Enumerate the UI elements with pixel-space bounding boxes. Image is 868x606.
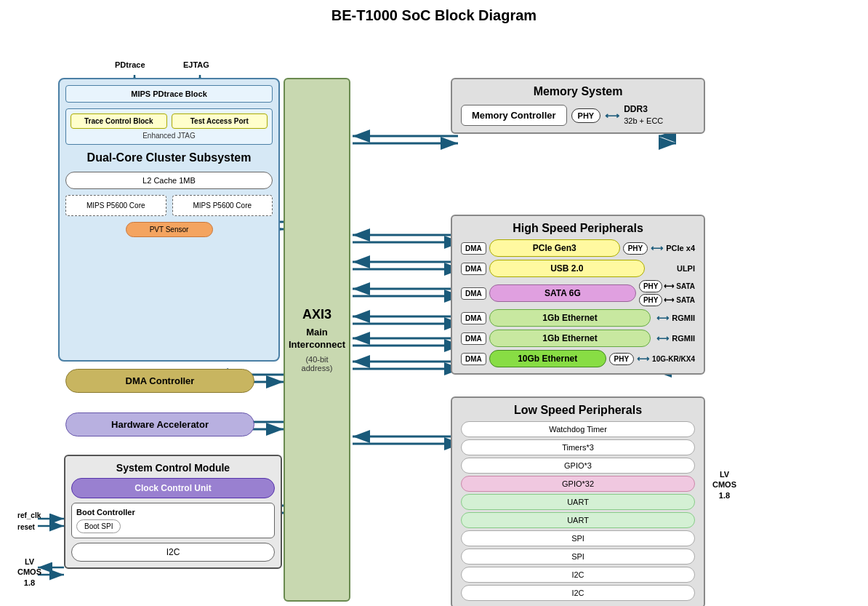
- ls-spi1: SPI: [461, 530, 695, 546]
- mem-ctrl-row: Memory Controller PHY ⟷ DDR3 32b + ECC: [461, 104, 695, 127]
- axi3-desc: (40-bitaddress): [302, 355, 333, 372]
- eth1g1-box: 1Gb Ethernet: [489, 309, 651, 327]
- eth1g2-ext: RGMII: [672, 334, 695, 343]
- memory-controller-box: Memory Controller: [461, 105, 567, 126]
- sata-dma: DMA: [461, 287, 486, 300]
- page-title: BE-T1000 SoC Block Diagram: [15, 7, 853, 24]
- pcie-ext: PCIe x4: [666, 244, 695, 252]
- ref-clk-reset-labels: ref_clk reset: [17, 510, 41, 533]
- eth10g-box: 10Gb Ethernet: [489, 350, 606, 367]
- dma-controller-label: DMA Controller: [65, 369, 254, 393]
- boot-controller-title: Boot Controller: [76, 508, 270, 517]
- boot-controller-box: Boot Controller Boot SPI: [71, 503, 275, 538]
- ddr3-label: DDR3 32b + ECC: [624, 104, 663, 127]
- axi3-title: AXI3: [302, 307, 331, 322]
- trace-control-block: Trace Control Block: [71, 113, 167, 129]
- page-container: BE-T1000 SoC Block Diagram: [0, 0, 868, 606]
- hw-accelerator-label: Hardware Accelerator: [65, 412, 254, 436]
- ls-uart2: UART: [461, 512, 695, 528]
- jtag-inner-box: Trace Control Block Test Access Port Enh…: [65, 108, 273, 145]
- ls-spi2: SPI: [461, 549, 695, 565]
- system-control-box: System Control Module Clock Control Unit…: [64, 455, 282, 569]
- usb-row: DMA USB 2.0 ULPI: [461, 260, 695, 277]
- ls-gpio32: GPIO*32: [461, 476, 695, 492]
- pcie-row: DMA PCIe Gen3 PHY ⟷ PCIe x4: [461, 239, 695, 257]
- eth1g2-box: 1Gb Ethernet: [489, 330, 651, 347]
- dual-core-title: Dual-Core Cluster Subsystem: [65, 151, 273, 166]
- eth1g1-dma: DMA: [461, 312, 486, 324]
- eth10g-dma: DMA: [461, 353, 486, 365]
- mips-core-2: MIPS P5600 Core: [172, 195, 273, 216]
- hw-accelerator-box: Hardware Accelerator: [65, 412, 254, 436]
- ls-gpio3: GPIO*3: [461, 458, 695, 474]
- lv-cmos-right-label: LVCMOS1.8: [712, 469, 736, 501]
- enhanced-jtag-label: Enhanced JTAG: [71, 132, 268, 140]
- eth10g-row: DMA 10Gb Ethernet PHY ⟷ 10G-KR/KX4: [461, 350, 695, 367]
- mem-arrow: ⟷: [605, 110, 619, 121]
- eth10g-phy: PHY: [609, 353, 635, 365]
- mips-pdtrace-block: MIPS PDtrace Block: [65, 85, 273, 103]
- ls-timers: Timers*3: [461, 439, 695, 455]
- sata-box: SATA 6G: [489, 284, 636, 302]
- axi3-box: AXI3 MainInterconnect (40-bitaddress): [284, 78, 350, 602]
- dma-controller-box: DMA Controller: [65, 369, 254, 393]
- reset-label: reset: [17, 522, 41, 533]
- low-speed-title: Low Speed Peripherals: [461, 404, 695, 417]
- low-speed-list: Watchdog Timer Timers*3 GPIO*3 GPIO*32 U…: [461, 421, 695, 601]
- pcie-box: PCIe Gen3: [489, 239, 620, 257]
- pdtrace-label: PDtrace: [115, 60, 145, 69]
- cores-row: MIPS P5600 Core MIPS P5600 Core: [65, 195, 273, 216]
- sys-ctrl-i2c: I2C: [71, 543, 275, 562]
- lv-cmos-left-label: LVCMOS1.8: [17, 557, 41, 588]
- memory-system-box: Memory System Memory Controller PHY ⟷ DD…: [451, 78, 705, 134]
- low-speed-box: Low Speed Peripherals Watchdog Timer Tim…: [451, 396, 705, 606]
- ls-i2c2: I2C: [461, 585, 695, 601]
- boot-spi-box: Boot SPI: [76, 519, 121, 533]
- ref-clk-label: ref_clk: [17, 510, 41, 522]
- sata-phy1: PHY: [639, 280, 663, 292]
- usb-dma: DMA: [461, 263, 486, 275]
- pcie-dma: DMA: [461, 242, 486, 255]
- test-access-port: Test Access Port: [172, 113, 268, 129]
- diagram-area: PDtrace EJTAG MIPS PDtrace Block Trace C…: [15, 33, 853, 606]
- eth1g-1-row: DMA 1Gb Ethernet ⟷ RGMII: [461, 309, 695, 327]
- pvt-sensor-box: PVT Sensor: [126, 222, 213, 237]
- axi3-subtitle: MainInterconnect: [289, 327, 345, 351]
- sata-phy2: PHY: [639, 294, 663, 306]
- mem-phy-badge: PHY: [571, 108, 601, 123]
- sys-ctrl-title: System Control Module: [71, 462, 275, 474]
- high-speed-title: High Speed Peripherals: [461, 222, 695, 235]
- eth1g-2-row: DMA 1Gb Ethernet ⟷ RGMII: [461, 330, 695, 347]
- memory-system-title: Memory System: [461, 85, 695, 98]
- sata-phy-col: PHY ⟷ SATA PHY ⟷ SATA: [639, 280, 695, 306]
- high-speed-box: High Speed Peripherals DMA PCIe Gen3 PHY…: [451, 215, 705, 375]
- ejtag-label: EJTAG: [183, 60, 209, 69]
- dual-core-cluster-box: MIPS PDtrace Block Trace Control Block T…: [58, 78, 280, 362]
- ls-i2c1: I2C: [461, 567, 695, 583]
- ls-watchdog: Watchdog Timer: [461, 421, 695, 437]
- ls-uart1: UART: [461, 494, 695, 510]
- usb-box: USB 2.0: [489, 260, 645, 277]
- pcie-phy: PHY: [623, 242, 648, 255]
- eth1g2-dma: DMA: [461, 332, 486, 345]
- l2-cache-box: L2 Cache 1MB: [65, 172, 273, 189]
- sata-row: DMA SATA 6G PHY ⟷ SATA PHY ⟷ SATA: [461, 280, 695, 306]
- usb-ext: ULPI: [677, 264, 695, 273]
- clock-control-unit: Clock Control Unit: [71, 478, 275, 498]
- eth1g1-ext: RGMII: [672, 314, 695, 322]
- eth10g-ext: 10G-KR/KX4: [652, 355, 695, 363]
- mips-core-1: MIPS P5600 Core: [65, 195, 166, 216]
